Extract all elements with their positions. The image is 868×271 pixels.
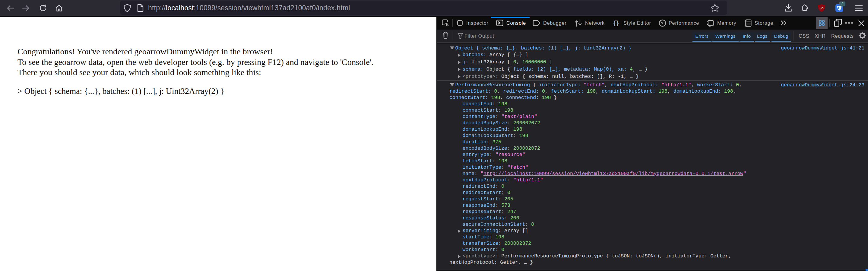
svg-text:uO: uO: [819, 6, 824, 10]
